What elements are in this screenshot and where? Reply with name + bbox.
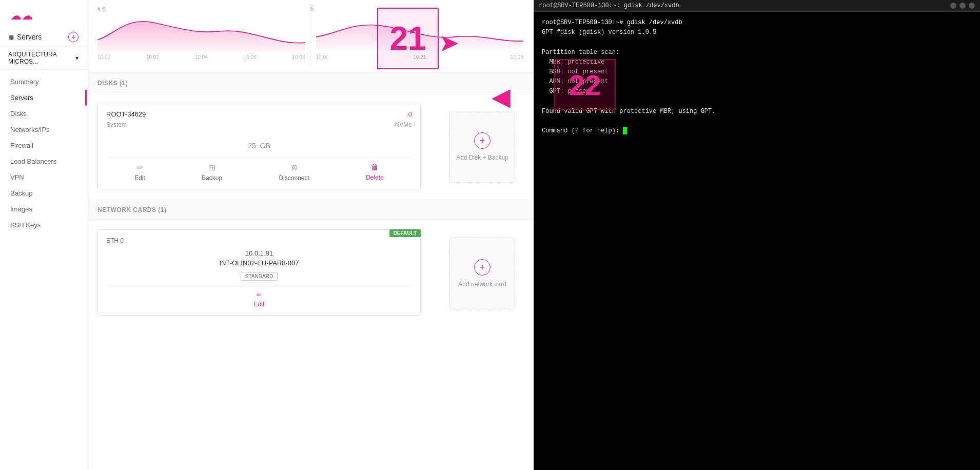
disks-left: ROOT-34629 0 System NVMe 25 GB ✏ <box>87 94 431 199</box>
disk-name: ROOT-34629 <box>106 110 146 118</box>
sidebar-servers-title: ▦ Servers <box>8 33 68 41</box>
sidebar-item-label: VPN <box>10 173 24 181</box>
chart-time-1: 10:00 <box>97 54 110 60</box>
chart-time-3: 10:04 <box>195 54 208 60</box>
terminal-line-7: APM: not present <box>542 77 972 87</box>
disk-card: ROOT-34629 0 System NVMe 25 GB ✏ <box>97 103 421 189</box>
sidebar-item-label: SSH Keys <box>10 221 41 229</box>
edit-icon: ✏ <box>136 163 143 172</box>
sidebar-item-disks[interactable]: Disks <box>0 106 87 122</box>
network-actions: ✏ Edit <box>106 286 412 308</box>
sidebar-item-ssh-keys[interactable]: SSH Keys <box>0 217 87 233</box>
network-ip: 10.0.1.91 <box>106 249 412 257</box>
terminal-line-2: GPT fdisk (gdisk) version 1.0.5 <box>542 28 972 37</box>
terminal-panel: root@SRV-TEP500-130:~: gdisk /dev/xvdb r… <box>534 0 980 470</box>
disk-type: System <box>106 121 127 128</box>
terminal-line-5: MBR: protective <box>542 57 972 67</box>
network-row: DEFAULT ETH 0 10.0.1.91 INT-OLIN02-EU-PA… <box>87 221 534 326</box>
project-selector[interactable]: ARQUITECTURA MICROS... ▾ <box>0 47 87 70</box>
content-area: 6 % 10:00 10:02 <box>87 0 980 470</box>
sidebar-item-networks-ips[interactable]: Networks/IPs <box>0 122 87 138</box>
sidebar-item-servers[interactable]: Servers <box>0 90 87 106</box>
chart-time-8: 10:03 <box>511 54 523 60</box>
network-card: DEFAULT ETH 0 10.0.1.91 INT-OLIN02-EU-PA… <box>97 229 421 316</box>
sidebar-item-label: Images <box>10 205 32 213</box>
chart-time-4: 10:06 <box>244 54 257 60</box>
sidebar-item-label: Networks/IPs <box>10 126 50 133</box>
logo-icon: ☁☁ <box>10 9 33 22</box>
sidebar-item-label: Servers <box>10 94 33 102</box>
terminal-body: root@SRV-TEP500-130:~# gdisk /dev/xvdb G… <box>534 12 980 142</box>
sidebar-servers-section: ▦ Servers + <box>0 28 87 47</box>
sidebar-item-images[interactable]: Images <box>0 201 87 217</box>
network-header-label: NETWORK CARDS (1) <box>97 206 167 213</box>
backup-icon: ⊞ <box>209 163 215 172</box>
network-edit-button[interactable]: ✏ Edit <box>254 291 265 308</box>
disks-header-label: DISKS (1) <box>97 80 128 87</box>
add-server-button[interactable]: + <box>68 32 79 42</box>
sidebar-item-label: Backup <box>10 189 32 197</box>
backup-label: Backup <box>202 174 222 182</box>
servers-icon: ▦ <box>8 33 14 41</box>
servers-label: Servers <box>17 33 42 41</box>
disk-edit-button[interactable]: ✏ Edit <box>134 163 145 182</box>
disk-size: 25 GB <box>106 135 412 152</box>
sidebar-item-load-balancers[interactable]: Load Balancers <box>0 153 87 169</box>
add-network-area: + Add network card <box>431 221 534 326</box>
add-disk-backup-button[interactable]: + Add Disk + Backup <box>449 111 515 183</box>
terminal-maximize-button[interactable] <box>959 3 966 9</box>
charts-row: 6 % 10:00 10:02 <box>87 0 534 72</box>
network-name: INT-OLIN02-EU-PAR8-007 <box>106 259 412 267</box>
network-edit-label: Edit <box>254 301 265 308</box>
terminal-line-8: GPT: present <box>542 87 972 96</box>
disk-delete-button[interactable]: 🗑 Delete <box>366 163 384 182</box>
chart-right-label: 5 <box>311 6 314 12</box>
main-content: 6 % 10:00 10:02 <box>87 0 980 470</box>
sidebar-item-backup[interactable]: Backup <box>0 185 87 201</box>
chart-time-2: 10:02 <box>146 54 159 60</box>
chart-right: 5 10:00 10:21 1 <box>310 5 524 67</box>
network-section-header: NETWORK CARDS (1) <box>87 199 534 221</box>
chart-time-6: 10:00 <box>316 54 329 60</box>
chevron-down-icon: ▾ <box>75 54 79 62</box>
disk-actions: ✏ Edit ⊞ Backup ⊗ Disconnect <box>106 157 412 182</box>
delete-icon: 🗑 <box>370 163 379 172</box>
sidebar: ☁☁ ▦ Servers + ARQUITECTURA MICROS... ▾ … <box>0 0 87 470</box>
disk-interface: NVMe <box>395 121 412 128</box>
terminal-controls <box>950 3 975 9</box>
add-icon: + <box>474 132 491 149</box>
disk-count: 0 <box>408 110 412 118</box>
default-badge: DEFAULT <box>389 229 421 237</box>
terminal-line-3 <box>542 37 972 47</box>
terminal-title: root@SRV-TEP500-130:~: gdisk /dev/xvdb <box>539 2 679 9</box>
chart-time-5: 10:08 <box>292 54 305 60</box>
add-disk-area: + Add Disk + Backup <box>431 94 534 199</box>
terminal-minimize-button[interactable] <box>950 3 956 9</box>
disconnect-label: Disconnect <box>279 174 309 182</box>
add-network-label: Add network card <box>458 281 506 288</box>
sidebar-item-vpn[interactable]: VPN <box>0 169 87 185</box>
disconnect-icon: ⊗ <box>291 163 298 172</box>
sidebar-nav: Summary Servers Disks Networks/IPs Firew… <box>0 70 87 470</box>
terminal-prompt-line: Command (? for help): <box>542 126 972 136</box>
network-type-badge: STANDARD <box>241 272 278 281</box>
disk-disconnect-button[interactable]: ⊗ Disconnect <box>279 163 309 182</box>
disks-row: ROOT-34629 0 System NVMe 25 GB ✏ <box>87 94 534 199</box>
eth-label: ETH 0 <box>106 237 412 244</box>
project-label: ARQUITECTURA MICROS... <box>8 51 73 65</box>
sidebar-item-firewall[interactable]: Firewall <box>0 138 87 153</box>
disk-card-header: ROOT-34629 0 <box>106 110 412 118</box>
chart-left-label: 6 % <box>97 6 106 12</box>
sidebar-item-label: Summary <box>10 78 39 86</box>
add-network-button[interactable]: + Add network card <box>449 238 515 309</box>
add-disk-label: Add Disk + Backup <box>456 154 508 161</box>
left-panel: 6 % 10:00 10:02 <box>87 0 534 470</box>
sidebar-item-summary[interactable]: Summary <box>0 74 87 90</box>
disk-backup-button[interactable]: ⊞ Backup <box>202 163 222 182</box>
terminal-line-6: BSD: not present <box>542 67 972 77</box>
logo: ☁☁ <box>0 0 87 28</box>
terminal-line-1: root@SRV-TEP500-130:~# gdisk /dev/xvdb <box>542 18 972 28</box>
terminal-close-button[interactable] <box>969 3 975 9</box>
terminal-line-10: Found valid GPT with protective MBR; usi… <box>542 107 972 116</box>
edit-label: Edit <box>134 174 145 182</box>
